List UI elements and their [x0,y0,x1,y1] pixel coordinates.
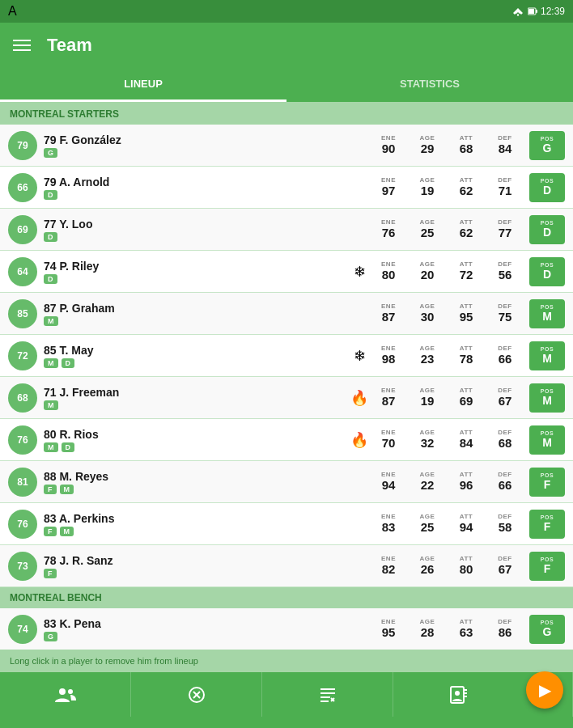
player-status-icon: ❄ [350,263,369,281]
position-badge: M [60,527,74,536]
player-name: 87 P. Graham [44,302,350,315]
player-name: 83 A. Perkins [44,512,350,525]
stat-value-age: 29 [421,142,435,156]
pos-label: POS [541,557,554,562]
player-row[interactable]: 6871 J. FreemanM🔥 ENE 87 AGE 19 ATT 69 D… [0,377,573,419]
player-row[interactable]: 7979 F. GonzálezG ENE 90 AGE 29 ATT 68 D… [0,125,573,167]
stat-value-def: 66 [499,352,512,366]
player-row[interactable]: 7378 J. R. SanzF ENE 82 AGE 26 ATT 80 DE… [0,545,573,587]
stat-att: ATT 62 [447,218,486,240]
stat-att: ATT 95 [447,303,486,324]
player-row[interactable]: 6977 Y. LooD ENE 76 AGE 25 ATT 62 DEF 77… [0,209,573,251]
stat-value-att: 68 [460,142,473,156]
stat-age: AGE 28 [408,618,447,640]
starters-header: MONTREAL STARTERS [0,104,573,125]
player-row[interactable]: 7680 R. RiosMD🔥 ENE 70 AGE 32 ATT 84 DEF… [0,419,573,461]
player-avatar: 79 [8,131,37,160]
player-badges: D [44,274,350,284]
svg-point-2 [517,14,519,15]
position-badge: M [60,485,74,494]
stat-label-def: DEF [498,303,512,310]
stat-def: DEF 68 [486,429,524,451]
pos-value: D [543,184,551,197]
stat-value-def: 66 [499,478,512,493]
player-row[interactable]: 8188 M. ReyesFM ENE 94 AGE 22 ATT 96 DEF… [0,461,573,503]
stat-value-ene: 87 [382,394,396,408]
player-row[interactable]: 7483 K. PenaG ENE 95 AGE 28 ATT 63 DEF 8… [0,608,573,650]
stat-label-ene: ENE [381,303,396,310]
player-row[interactable]: 7683 A. PerkinsFM ENE 83 AGE 25 ATT 94 D… [0,503,573,545]
nav-group-button[interactable] [0,672,131,717]
stat-label-att: ATT [460,218,473,226]
player-row[interactable]: 6679 A. ArnoldD ENE 97 AGE 19 ATT 62 DEF… [0,167,573,209]
player-info: 71 J. FreemanM [37,386,350,410]
position-badge: G [44,632,57,641]
stat-label-att: ATT [460,513,473,520]
bottom-hint: Long click in a player to remove him fro… [0,650,573,672]
stat-label-att: ATT [460,429,473,436]
player-name: 71 J. Freeman [44,386,350,399]
player-row[interactable]: 8587 P. GrahamM ENE 87 AGE 30 ATT 95 DEF… [0,293,573,335]
player-info: 80 R. RiosMD [37,428,350,452]
stat-att: ATT 96 [447,471,486,493]
stat-ene: ENE 70 [369,429,408,451]
stat-value-att: 94 [460,520,473,535]
stat-def: DEF 75 [486,303,524,324]
stat-value-def: 75 [499,310,512,324]
player-badges: FM [44,527,350,536]
group-icon [55,686,76,704]
nav-list-button[interactable] [262,672,393,717]
stat-label-def: DEF [498,555,512,562]
stat-ene: ENE 90 [369,134,408,156]
svg-point-7 [68,689,73,694]
stat-value-def: 56 [499,268,512,282]
player-info: 83 A. PerkinsFM [37,512,350,536]
wifi-icon [511,6,524,16]
player-info: 78 J. R. SanzF [37,554,350,578]
stat-value-age: 20 [421,268,435,282]
stat-label-ene: ENE [381,555,396,562]
stat-ene: ENE 87 [369,387,408,408]
player-row[interactable]: 7285 T. MayMD❄ ENE 98 AGE 23 ATT 78 DEF … [0,335,573,377]
player-info: 87 P. GrahamM [37,302,350,326]
stat-value-def: 86 [499,625,512,640]
stat-label-age: AGE [420,513,435,520]
nav-cancel-button[interactable] [131,672,262,717]
top-bar: Team [0,23,573,68]
stat-value-ene: 82 [382,562,396,577]
fab-button[interactable]: ▶ [526,671,563,709]
stat-value-def: 68 [499,436,512,451]
player-avatar: 85 [8,299,37,328]
tab-lineup[interactable]: LINEUP [0,68,286,102]
player-name: 80 R. Rios [44,428,350,441]
stat-age: AGE 23 [408,345,447,366]
stat-value-att: 62 [460,184,473,198]
stat-att: ATT 94 [447,513,486,535]
pos-label: POS [541,178,554,184]
svg-rect-4 [528,9,534,14]
stat-ene: ENE 94 [369,471,408,493]
pos-value: M [542,436,552,449]
player-name: 85 T. May [44,344,350,357]
pos-badge: POSF [529,552,565,581]
player-avatar: 73 [8,552,37,581]
pos-badge: POSG [529,615,565,644]
stat-label-age: AGE [420,218,435,226]
stat-label-att: ATT [460,303,473,310]
hamburger-button[interactable] [13,36,31,54]
stat-age: AGE 19 [408,387,447,408]
player-row[interactable]: 6474 P. RileyD❄ ENE 80 AGE 20 ATT 72 DEF… [0,251,573,293]
stat-age: AGE 20 [408,260,447,282]
stat-value-att: 95 [460,310,473,324]
stat-value-ene: 70 [382,436,396,451]
stat-ene: ENE 98 [369,345,408,366]
stat-value-ene: 80 [382,268,396,282]
tab-statistics[interactable]: STATISTICS [286,68,573,102]
player-name: 88 M. Reyes [44,470,350,483]
stat-value-att: 84 [460,436,473,451]
stat-value-def: 67 [499,394,512,408]
stat-value-att: 62 [460,226,473,240]
svg-rect-11 [320,688,335,690]
pos-value: M [542,352,552,365]
player-avatar: 68 [8,383,37,413]
